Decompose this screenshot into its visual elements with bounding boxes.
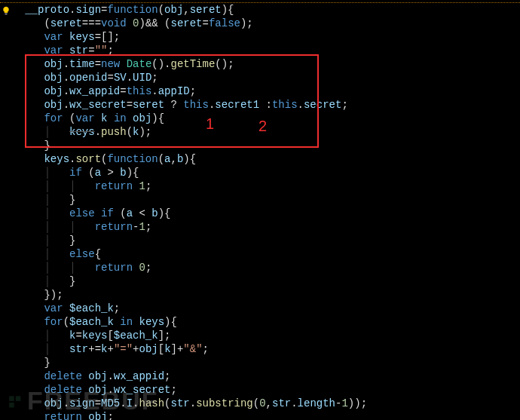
annotation-mark-2: 2: [258, 119, 267, 133]
svg-rect-2: [16, 396, 21, 401]
code-line: │ str+=k+"="+obj[k]+"&";: [0, 342, 520, 356]
code-line: __proto.sign=function(obj,seret){: [0, 3, 520, 17]
code-line: });: [0, 288, 520, 302]
code-line: │ │ return-1;: [0, 220, 520, 234]
code-line: │ k=keys[$each_k];: [0, 329, 520, 342]
code-line: var $each_k;: [0, 302, 520, 315]
code-line: │ else{: [0, 247, 520, 261]
code-line: │ if (a > b){: [0, 166, 520, 179]
code-line: keys.sort(function(a,b){: [0, 152, 520, 166]
svg-rect-1: [9, 396, 14, 401]
code-line: │ else if (a < b){: [0, 207, 520, 220]
annotation-mark-1: 1: [206, 117, 214, 130]
svg-rect-3: [9, 403, 14, 408]
code-line: var keys=[];: [0, 30, 520, 44]
code-line: │ │ return 0;: [0, 261, 520, 274]
code-line: │ }: [0, 234, 520, 247]
highlight-box: [25, 54, 319, 148]
code-line: │ }: [0, 193, 520, 207]
code-line: │ }: [0, 274, 520, 288]
watermark-logo: FREEBUF: [8, 393, 159, 412]
code-line: delete obj.wx_appid;: [0, 369, 520, 383]
code-line: }: [0, 356, 520, 369]
code-line: for($each_k in keys){: [0, 315, 520, 329]
code-line: │ │ return 1;: [0, 179, 520, 193]
code-line: (seret===void 0)&& (seret=false);: [0, 17, 520, 30]
